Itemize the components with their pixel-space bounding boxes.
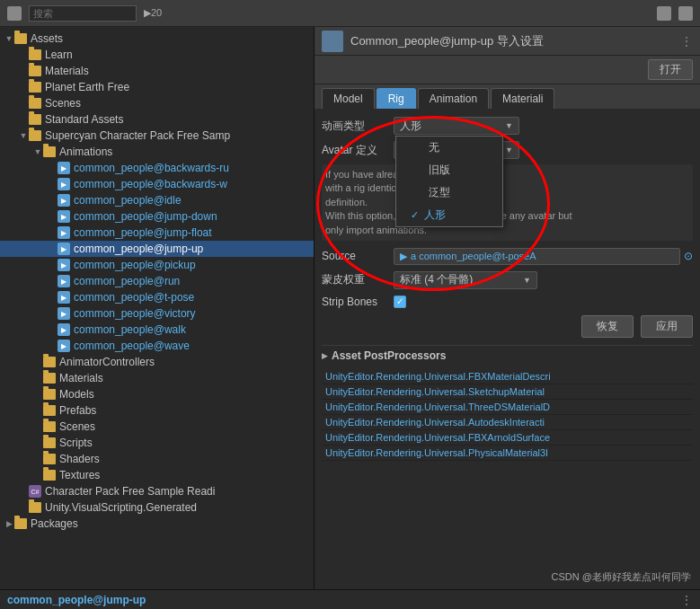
strip-bones-row: Strip Bones ✓ [322, 296, 693, 308]
tree-item-scripts[interactable]: Scripts [0, 435, 314, 451]
weight-label: 蒙皮权重 [322, 272, 394, 287]
tab-model[interactable]: Model [322, 88, 375, 109]
source-link-icon[interactable]: ⊙ [684, 250, 693, 262]
anim-icon-9: ▶ [58, 291, 70, 304]
tree-item-anim2[interactable]: ▶ common_people@backwards-w [0, 176, 314, 192]
strip-bones-checkbox[interactable]: ✓ [394, 296, 406, 308]
anim-icon-10: ▶ [58, 307, 70, 320]
inspector-icon [322, 31, 343, 52]
tree-label-assets: Assets [31, 32, 63, 45]
tree-label-anim12: common_people@wave [74, 340, 190, 352]
chevron-down-icon-3: ▼ [523, 276, 531, 285]
post-processors-list: UnityEditor.Rendering.Universal.FBXMater… [322, 369, 693, 461]
tree-label-animctrl: AnimatorControllers [59, 356, 155, 368]
anim-type-row: 动画类型 人形 ▼ [322, 116, 693, 136]
tree-label-anim6: common_people@jump-up [74, 243, 203, 255]
tree-item-scenes2[interactable]: Scenes [0, 419, 314, 435]
source-value: ▶a common_people@t-poseA ⊙ [394, 248, 693, 265]
tree-label-mat2: Materials [59, 372, 103, 384]
post-processor-5: UnityEditor.Rendering.Universal.Physical… [322, 446, 693, 461]
folder-icon-prefabs [43, 405, 56, 416]
tree-item-anim5[interactable]: ▶ common_people@jump-float [0, 225, 314, 241]
apply-button[interactable]: 应用 [641, 315, 693, 338]
open-button[interactable]: 打开 [648, 59, 693, 80]
tree-label-supercyan: Supercyan Character Pack Free Samp [45, 129, 230, 142]
tree-item-assets[interactable]: Assets [0, 31, 314, 47]
tree-label-textures: Textures [59, 469, 100, 481]
inspector-header: Common_people@jump-up 导入设置 ⋮ [315, 27, 700, 56]
bottom-bar-menu-icon[interactable]: ⋮ [680, 593, 693, 607]
tree-item-materials[interactable]: Materials [0, 63, 314, 79]
anim-type-dropdown[interactable]: 人形 ▼ [394, 117, 519, 135]
popup-option-none[interactable]: 无 [396, 137, 502, 159]
tree-item-shaders[interactable]: Shaders [0, 451, 314, 467]
tree-label-scenes: Scenes [45, 97, 81, 110]
folder-icon-models [43, 389, 56, 400]
anim-icon-3: ▶ [58, 194, 70, 207]
tree-item-learn[interactable]: Learn [0, 47, 314, 63]
tree-item-anim6[interactable]: ▶ common_people@jump-up [0, 241, 314, 257]
settings-icon[interactable] [678, 6, 693, 21]
folder-icon-animctrl [43, 357, 56, 367]
layout-icon[interactable] [657, 6, 671, 21]
search-input[interactable] [29, 5, 137, 22]
tree-label-models: Models [59, 388, 94, 401]
post-processors-title: Asset PostProcessors [332, 349, 446, 362]
tree-item-textures[interactable]: Textures [0, 467, 314, 483]
tree-item-standard[interactable]: Standard Assets [0, 111, 314, 128]
tree-label-anim1: common_people@backwards-ru [74, 162, 229, 174]
tree-label-scripts: Scripts [59, 437, 93, 449]
tree-arrow-supercyan [18, 130, 29, 141]
tree-item-anim9[interactable]: ▶ common_people@t-pose [0, 289, 314, 305]
source-field-text: a common_people@t-poseA [411, 251, 536, 261]
tab-rig[interactable]: Rig [377, 88, 416, 109]
tree-item-models[interactable]: Models [0, 386, 314, 402]
avatar-def-row: Avatar 定义 er Avatar ▼ [322, 141, 693, 159]
tree-item-vs[interactable]: Unity.VisualScripting.Generated [0, 499, 314, 516]
anim-type-value: 人形 ▼ [394, 117, 693, 135]
inspector-content: 动画类型 人形 ▼ 无 旧版 [315, 109, 700, 589]
tree-item-animctrl[interactable]: AnimatorControllers [0, 354, 314, 370]
anim-icon-12: ▶ [58, 340, 70, 352]
tree-item-planet[interactable]: Planet Earth Free [0, 79, 314, 95]
tree-item-prefabs[interactable]: Prefabs [0, 402, 314, 419]
tree-item-anim4[interactable]: ▶ common_people@jump-down [0, 208, 314, 225]
tree-item-mat2[interactable]: Materials [0, 370, 314, 386]
post-processor-3: UnityEditor.Rendering.Universal.Autodesk… [322, 415, 693, 430]
post-processors-section[interactable]: ▶ Asset PostProcessors [322, 345, 693, 366]
tab-material[interactable]: Materiali [491, 88, 554, 109]
tree-item-animations[interactable]: Animations [0, 144, 314, 160]
folder-icon-planet [29, 82, 41, 93]
tree-label-planet: Planet Earth Free [45, 81, 129, 93]
tree-label-anim11: common_people@walk [74, 323, 186, 336]
tree-item-anim12[interactable]: ▶ common_people@wave [0, 338, 314, 354]
tree-item-anim8[interactable]: ▶ common_people@run [0, 273, 314, 289]
cs-icon-charpack: C# [29, 485, 41, 498]
inspector-menu-icon[interactable]: ⋮ [680, 34, 693, 49]
tree-item-anim1[interactable]: ▶ common_people@backwards-ru [0, 160, 314, 176]
tree-item-scenes[interactable]: Scenes [0, 95, 314, 111]
weight-dropdown[interactable]: 标准 (4 个骨骼) ▼ [394, 271, 537, 289]
tree-item-anim7[interactable]: ▶ common_people@pickup [0, 257, 314, 273]
tree-arrow-animations [32, 146, 43, 157]
tree-item-anim10[interactable]: ▶ common_people@victory [0, 305, 314, 322]
popup-option-humanoid[interactable]: ✓ 人形 [396, 204, 502, 226]
tree-item-packages[interactable]: Packages [0, 516, 314, 532]
tree-item-anim11[interactable]: ▶ common_people@walk [0, 322, 314, 338]
folder-icon-standard [29, 114, 41, 125]
main-area: Assets Learn Materials Planet Earth Free [0, 27, 700, 589]
popup-option-generic[interactable]: 泛型 [396, 181, 502, 204]
anim-icon-2: ▶ [58, 178, 70, 190]
folder-icon-materials [29, 66, 41, 76]
tree-item-supercyan[interactable]: Supercyan Character Pack Free Samp [0, 128, 314, 144]
popup-option-legacy[interactable]: 旧版 [396, 159, 502, 181]
tabs-row: Model Rig Animation Materiali [315, 84, 700, 109]
strip-bones-label: Strip Bones [322, 296, 394, 308]
source-field: ▶a common_people@t-poseA [394, 248, 680, 265]
popup-option-none-label: 无 [429, 140, 439, 155]
tree-item-anim3[interactable]: ▶ common_people@idle [0, 192, 314, 208]
post-processor-2: UnityEditor.Rendering.Universal.ThreeDSM… [322, 400, 693, 415]
tree-item-charpack[interactable]: C# Character Pack Free Sample Readi [0, 483, 314, 499]
tab-animation[interactable]: Animation [418, 88, 489, 109]
restore-button[interactable]: 恢复 [581, 315, 634, 338]
